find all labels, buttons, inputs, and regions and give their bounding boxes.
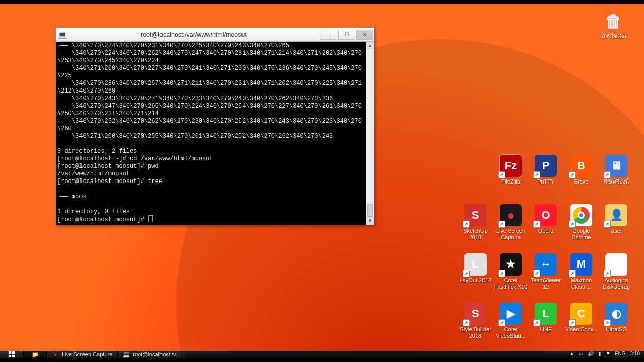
shortcut-arrow-icon: ↗ <box>533 171 540 178</box>
ultraiso-icon: ◐↗ <box>605 303 627 325</box>
shortcut-arrow-icon: ↗ <box>604 171 611 178</box>
start-button[interactable] <box>0 351 23 358</box>
fastflick-icon: ★↗ <box>500 253 522 276</box>
filezilla-icon: Fz↗ <box>500 155 522 177</box>
icon-label: SketchUp 2018 <box>458 228 493 240</box>
taskbar-item-lsc[interactable]: ● Live Screen Capture <box>46 351 117 358</box>
icon-label: FileZilla <box>501 178 520 185</box>
letterbox-bottom <box>0 358 644 362</box>
tray-action-center-icon[interactable]: ▭ <box>579 351 583 356</box>
tray-lang[interactable]: ENG <box>615 351 626 356</box>
desktop-icon-layout[interactable]: L↗LayOut 2018 <box>458 253 493 303</box>
record-icon: ● <box>52 351 59 358</box>
scrollbar[interactable]: ▲ ▼ <box>366 42 374 225</box>
shortcut-arrow-icon: ↗ <box>604 221 611 228</box>
desktop-icon-brave[interactable]: B↗Brave <box>564 155 599 204</box>
tray-flag-icon[interactable]: ⚑ <box>606 351 610 356</box>
tray-clock[interactable]: 3:10 <box>630 351 640 356</box>
desktop-icon-putty[interactable]: P↗PuTTY <box>528 155 564 204</box>
maxthon-icon: M↗ <box>570 253 592 276</box>
terminal-body[interactable]: ├── \340\270\224\340\270\231\340\270\225… <box>56 42 366 225</box>
stylebuilder-icon: S↗ <box>464 303 487 325</box>
scroll-down-icon[interactable]: ▼ <box>366 217 374 225</box>
desktop-icon-live-screen-capture[interactable]: ●↗Live Screen Capture <box>493 204 528 253</box>
titlebar[interactable]: 💻 root@localhost:/var/www/html/moosut — … <box>56 28 374 42</box>
recycle-bin[interactable]: 🗑 ถังรีไซเคิล <box>596 10 631 40</box>
shortcut-arrow-icon: ↗ <box>463 270 470 277</box>
shortcut-arrow-icon: ↗ <box>569 171 576 178</box>
svg-rect-3 <box>12 355 15 357</box>
shortcut-arrow-icon: ↗ <box>569 319 576 326</box>
tray-volume-icon[interactable]: 🔊 <box>588 351 594 356</box>
icon-label: Brave <box>574 178 589 185</box>
icon-label: Live Screen Capture <box>493 228 528 240</box>
taskbar[interactable]: 📁 ● Live Screen Capture 💻 root@localhost… <box>0 351 644 358</box>
desktop-icon-maxthon[interactable]: M↗Maxthon Cloud ... <box>564 253 599 303</box>
cursor-icon <box>149 216 152 222</box>
desktop-icons: Fz↗FileZillaP↗PuTTYB↗Brave🖥↗พีซีเครื่องน… <box>458 155 639 351</box>
minimize-button[interactable]: — <box>320 30 337 40</box>
tray-chevron-icon[interactable]: ▲ <box>569 351 574 356</box>
icon-label: Video Conv... <box>565 326 597 333</box>
desktop-icon-stylebuilder[interactable]: S↗Style Builder 2018 <box>458 303 493 351</box>
desktop-icon-sketchup[interactable]: S↗SketchUp 2018 <box>458 204 493 253</box>
shortcut-arrow-icon: ↗ <box>569 270 576 277</box>
system-tray[interactable]: ▲ ▭ 🔊 ▮ ⚑ ENG 3:10 <box>569 351 644 356</box>
icon-label: พีซีเครื่องนี้ <box>604 178 629 185</box>
layout-icon: L↗ <box>464 253 487 276</box>
chrome-icon: ↗ <box>570 204 592 226</box>
window-title: root@localhost:/var/www/html/moosut <box>68 31 319 38</box>
videostudio-icon: ▶↗ <box>500 303 522 325</box>
putty-icon: 💻 <box>123 351 130 358</box>
this-pc-icon: 🖥↗ <box>605 155 627 177</box>
windows-icon <box>8 351 16 358</box>
letterbox-top <box>0 0 644 4</box>
auslogics-icon: ▦↗ <box>605 253 627 276</box>
teamviewer-icon: ↔↗ <box>535 253 557 276</box>
taskbar-item-putty[interactable]: 💻 root@localhost:/v... <box>117 351 185 358</box>
shortcut-arrow-icon: ↗ <box>498 221 505 228</box>
icon-label: Opera <box>538 228 554 234</box>
recycle-label: ถังรีไซเคิล <box>602 33 626 40</box>
icon-label: PuTTY <box>537 178 554 185</box>
icon-label: Corel VideoStud... <box>493 326 528 339</box>
desktop-icon-fastflick[interactable]: ★↗Corel FastFlick X10 <box>493 253 528 303</box>
desktop-icon-ultraiso[interactable]: ◐↗UltraISO <box>599 303 634 351</box>
taskbar-explorer[interactable]: 📁 <box>23 351 46 358</box>
videoconv-icon: C↗ <box>570 303 592 325</box>
icon-label: LINE <box>540 326 552 333</box>
desktop-icon-this-pc[interactable]: 🖥↗พีซีเครื่องนี้ <box>599 155 634 204</box>
shortcut-arrow-icon: ↗ <box>498 319 505 326</box>
shortcut-arrow-icon: ↗ <box>533 270 540 277</box>
shortcut-arrow-icon: ↗ <box>498 270 505 277</box>
desktop-icon-teamviewer[interactable]: ↔↗TeamViewer 12 <box>528 253 564 303</box>
desktop-icon-videoconv[interactable]: C↗Video Conv... <box>564 303 599 351</box>
desktop[interactable]: 🗑 ถังรีไซเคิล 💻 root@localhost:/var/www/… <box>0 4 644 351</box>
close-button[interactable]: ✕ <box>356 30 373 40</box>
scroll-up-icon[interactable]: ▲ <box>366 42 374 49</box>
scroll-thumb[interactable] <box>367 204 373 217</box>
terminal-window[interactable]: 💻 root@localhost:/var/www/html/moosut — … <box>55 27 374 225</box>
tray-network-icon[interactable]: ▮ <box>598 351 601 356</box>
icon-label: Maxthon Cloud ... <box>564 277 599 290</box>
shortcut-arrow-icon: ↗ <box>463 319 470 326</box>
svg-rect-1 <box>12 351 15 354</box>
desktop-icon-chrome[interactable]: ↗Google Chrome <box>564 204 599 253</box>
icon-label: UltraISO <box>606 326 627 333</box>
line-icon: L↗ <box>535 303 557 325</box>
terminal-text: ├── \340\270\224\340\270\231\340\270\225… <box>57 42 362 223</box>
desktop-icon-opera[interactable]: O↗Opera <box>528 204 564 253</box>
maximize-button[interactable]: ☐ <box>338 30 355 40</box>
putty-window-icon: 💻 <box>56 31 68 39</box>
desktop-icon-user[interactable]: 👤↗User <box>599 204 634 253</box>
desktop-icon-filezilla[interactable]: Fz↗FileZilla <box>493 155 528 204</box>
desktop-icon-auslogics[interactable]: ▦↗Auslogics DiskDefrag <box>599 253 634 303</box>
desktop-icon-line[interactable]: L↗LINE <box>528 303 564 351</box>
taskbar-item-label: root@localhost:/v... <box>133 351 180 357</box>
icon-label: Google Chrome <box>564 228 599 240</box>
shortcut-arrow-icon: ↗ <box>498 171 505 178</box>
desktop-icon-videostudio[interactable]: ▶↗Corel VideoStud... <box>493 303 528 351</box>
svg-rect-0 <box>9 351 11 354</box>
icon-label: Corel FastFlick X10 <box>493 277 528 290</box>
shortcut-arrow-icon: ↗ <box>533 319 540 326</box>
